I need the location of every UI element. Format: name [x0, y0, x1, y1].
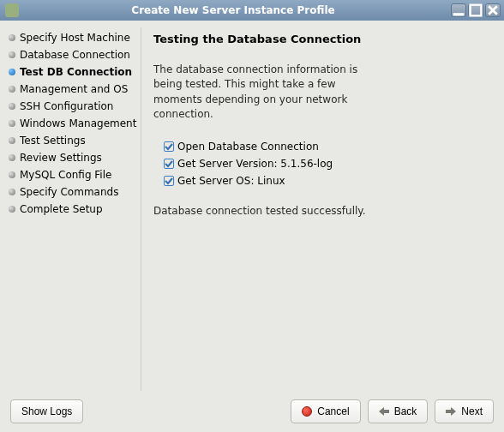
show-logs-button[interactable]: Show Logs	[10, 399, 83, 423]
sidebar-item-label: Specify Commands	[20, 186, 118, 198]
steps-sidebar: Specify Host Machine Database Connection…	[0, 21, 141, 398]
check-label: Open Database Connection	[177, 141, 319, 153]
check-item: Get Server OS: Linux	[164, 172, 492, 189]
svg-rect-1	[471, 5, 482, 16]
sidebar-item-label: Management and OS	[20, 83, 128, 95]
window-controls	[451, 3, 501, 17]
sidebar-item-label: SSH Configuration	[20, 100, 113, 112]
arrow-right-icon	[446, 407, 456, 416]
bullet-icon	[9, 34, 15, 41]
bullet-icon	[9, 189, 15, 195]
sidebar-item-label: MySQL Config File	[20, 169, 111, 181]
content-panel: Testing the Database Connection The data…	[141, 21, 504, 398]
checks-list: Open Database Connection Get Server Vers…	[164, 138, 492, 189]
sidebar-item-management-and-os[interactable]: Management and OS	[9, 81, 134, 98]
titlebar: Create New Server Instance Profile	[0, 0, 504, 21]
bullet-icon	[9, 120, 15, 127]
svg-rect-0	[453, 13, 465, 15]
footer-bar: Show Logs Cancel Back Next	[0, 398, 504, 432]
sidebar-item-test-db-connection[interactable]: Test DB Connection	[9, 63, 134, 81]
sidebar-item-label: Test DB Connection	[20, 66, 132, 78]
cancel-icon	[302, 406, 312, 417]
sidebar-item-test-settings[interactable]: Test Settings	[9, 132, 134, 149]
check-item: Get Server Version: 5.1.56-log	[164, 155, 492, 172]
sidebar-item-ssh-configuration[interactable]: SSH Configuration	[9, 98, 134, 115]
arrow-left-icon	[379, 407, 389, 416]
button-label: Show Logs	[21, 405, 72, 417]
check-icon	[164, 159, 174, 169]
check-label: Get Server Version: 5.1.56-log	[177, 158, 333, 170]
bullet-icon	[9, 51, 15, 58]
next-button[interactable]: Next	[435, 399, 494, 423]
sidebar-item-label: Test Settings	[20, 135, 86, 147]
cancel-button[interactable]: Cancel	[291, 399, 360, 423]
window-title: Create New Server Instance Profile	[24, 4, 451, 16]
window-app-icon	[5, 3, 19, 17]
bullet-icon	[9, 154, 15, 161]
sidebar-item-complete-setup[interactable]: Complete Setup	[9, 201, 134, 218]
sidebar-item-database-connection[interactable]: Database Connection	[9, 46, 134, 63]
sidebar-item-windows-management[interactable]: Windows Management	[9, 115, 134, 132]
sidebar-item-label: Windows Management	[20, 117, 136, 129]
bullet-icon	[9, 171, 15, 178]
bullet-icon	[9, 86, 15, 93]
sidebar-item-review-settings[interactable]: Review Settings	[9, 149, 134, 166]
button-label: Next	[461, 405, 483, 417]
minimize-button[interactable]	[451, 3, 466, 17]
bullet-icon	[9, 103, 15, 110]
button-label: Cancel	[317, 405, 349, 417]
check-icon	[164, 176, 174, 186]
sidebar-item-label: Database Connection	[20, 49, 130, 61]
check-item: Open Database Connection	[164, 138, 492, 155]
bullet-icon	[9, 137, 15, 144]
button-label: Back	[394, 405, 417, 417]
check-icon	[164, 141, 174, 152]
bullet-icon	[9, 69, 15, 75]
sidebar-item-label: Review Settings	[20, 152, 102, 164]
page-description: The database connection information is b…	[153, 63, 376, 123]
close-button[interactable]	[485, 3, 501, 17]
status-message: Database connection tested successfully.	[153, 205, 492, 217]
sidebar-item-label: Complete Setup	[20, 203, 103, 215]
bullet-icon	[9, 206, 15, 213]
page-heading: Testing the Database Connection	[153, 33, 492, 45]
sidebar-item-specify-commands[interactable]: Specify Commands	[9, 183, 134, 201]
sidebar-item-mysql-config-file[interactable]: MySQL Config File	[9, 166, 134, 183]
wizard-body: Specify Host Machine Database Connection…	[0, 21, 504, 398]
sidebar-item-label: Specify Host Machine	[20, 32, 130, 44]
back-button[interactable]: Back	[368, 399, 429, 423]
maximize-button[interactable]	[468, 3, 483, 17]
sidebar-item-specify-host-machine[interactable]: Specify Host Machine	[9, 29, 134, 46]
check-label: Get Server OS: Linux	[177, 175, 285, 187]
